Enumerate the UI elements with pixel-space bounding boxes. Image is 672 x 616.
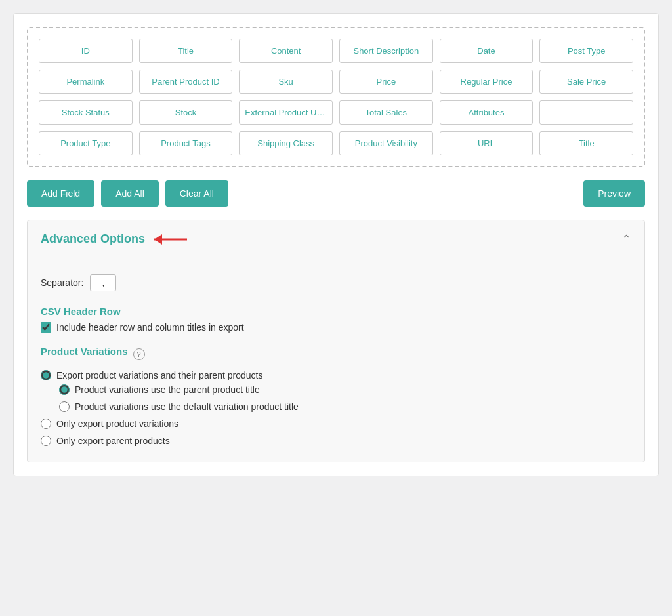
advanced-header-left: Advanced Options	[41, 232, 194, 246]
field-sale-price[interactable]: Sale Price	[539, 70, 633, 94]
product-variations-header: Product Variations ?	[41, 346, 631, 362]
field-empty	[539, 100, 633, 125]
separator-label: Separator:	[41, 277, 83, 288]
field-title2[interactable]: Title	[539, 131, 633, 155]
field-external-product-url[interactable]: External Product URL	[239, 100, 333, 125]
separator-row: Separator:	[41, 274, 631, 291]
only-variations-radio[interactable]	[41, 419, 51, 429]
red-arrow-icon	[154, 234, 194, 245]
preview-button[interactable]: Preview	[583, 180, 645, 207]
use-parent-title-radio[interactable]	[59, 384, 70, 395]
separator-input[interactable]	[90, 274, 116, 291]
advanced-options-title: Advanced Options	[41, 232, 145, 246]
export-both-row: Export product variations and their pare…	[41, 370, 631, 380]
include-header-checkbox[interactable]	[41, 322, 51, 333]
fields-container: ID Title Content Short Description Date …	[27, 27, 645, 167]
csv-header-checkbox-row: Include header row and column titles in …	[41, 322, 631, 333]
product-variations-title: Product Variations	[41, 346, 128, 357]
field-url[interactable]: URL	[440, 131, 534, 155]
use-parent-title-label: Product variations use the parent produc…	[75, 384, 260, 395]
field-total-sales[interactable]: Total Sales	[339, 100, 433, 125]
clear-all-button[interactable]: Clear All	[165, 180, 228, 207]
field-regular-price[interactable]: Regular Price	[440, 70, 534, 94]
field-date[interactable]: Date	[440, 39, 534, 63]
field-id[interactable]: ID	[39, 39, 133, 63]
export-both-wrapper: Export product variations and their pare…	[41, 370, 631, 412]
use-default-title-row: Product variations use the default varia…	[59, 401, 631, 412]
only-parent-label: Only export parent products	[56, 436, 170, 446]
field-stock-status[interactable]: Stock Status	[39, 100, 133, 125]
action-bar: Add Field Add All Clear All Preview	[27, 180, 645, 207]
field-product-tags[interactable]: Product Tags	[139, 131, 233, 155]
field-content[interactable]: Content	[239, 39, 333, 63]
main-container: ID Title Content Short Description Date …	[13, 13, 659, 476]
advanced-options-header[interactable]: Advanced Options ⌃	[28, 220, 644, 258]
field-attributes[interactable]: Attributes	[440, 100, 534, 125]
field-shipping-class[interactable]: Shipping Class	[239, 131, 333, 155]
export-both-label: Export product variations and their pare…	[56, 370, 262, 380]
help-icon[interactable]: ?	[133, 348, 145, 360]
advanced-options-section: Advanced Options ⌃ Separator: CSV Header…	[27, 220, 645, 462]
include-header-label: Include header row and column titles in …	[56, 322, 244, 333]
field-price[interactable]: Price	[339, 70, 433, 94]
field-stock[interactable]: Stock	[139, 100, 233, 125]
csv-header-title: CSV Header Row	[41, 306, 631, 317]
preview-wrapper: Preview	[583, 180, 645, 207]
product-variations-radio-group: Export product variations and their pare…	[41, 370, 631, 446]
add-field-button[interactable]: Add Field	[27, 180, 94, 207]
use-default-title-radio[interactable]	[59, 401, 70, 412]
field-product-visibility[interactable]: Product Visibility	[339, 131, 433, 155]
fields-grid: ID Title Content Short Description Date …	[39, 39, 633, 155]
export-both-radio[interactable]	[41, 370, 51, 380]
only-parent-row: Only export parent products	[41, 436, 631, 446]
add-all-button[interactable]: Add All	[101, 180, 159, 207]
only-variations-row: Only export product variations	[41, 419, 631, 429]
field-post-type[interactable]: Post Type	[539, 39, 633, 63]
use-parent-title-row: Product variations use the parent produc…	[59, 384, 631, 395]
field-product-type[interactable]: Product Type	[39, 131, 133, 155]
field-parent-product-id[interactable]: Parent Product ID	[139, 70, 233, 94]
advanced-body: Separator: CSV Header Row Include header…	[28, 258, 644, 462]
sub-options-group: Product variations use the parent produc…	[59, 384, 631, 412]
field-permalink[interactable]: Permalink	[39, 70, 133, 94]
field-title[interactable]: Title	[139, 39, 233, 63]
only-variations-label: Only export product variations	[56, 419, 178, 429]
field-sku[interactable]: Sku	[239, 70, 333, 94]
chevron-up-icon: ⌃	[621, 234, 631, 245]
only-parent-radio[interactable]	[41, 436, 51, 446]
field-short-description[interactable]: Short Description	[339, 39, 433, 63]
use-default-title-label: Product variations use the default varia…	[75, 401, 299, 412]
